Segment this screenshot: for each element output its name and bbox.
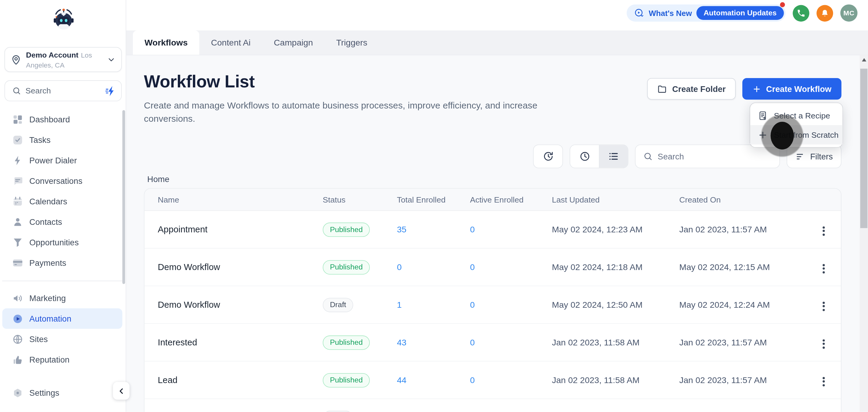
active-enrolled-link[interactable]: 0	[470, 262, 552, 272]
main-scrollbar[interactable]	[860, 56, 868, 412]
sidebar-collapse-button[interactable]	[113, 382, 130, 400]
opportunities-icon	[12, 236, 23, 248]
active-enrolled-link[interactable]: 0	[470, 225, 552, 234]
sidebar-item-opportunities[interactable]: Opportunities	[2, 232, 122, 253]
automation-updates-button[interactable]: Automation Updates	[696, 6, 784, 20]
tab-content-ai[interactable]: Content Ai	[199, 30, 262, 55]
active-enrolled-link[interactable]: 0	[470, 375, 552, 385]
create-workflow-label: Create Workflow	[766, 84, 832, 93]
top-header: What's New Automation Updates MC	[126, 0, 868, 30]
plus-icon	[752, 85, 761, 93]
total-enrolled-link[interactable]: 35	[397, 225, 470, 234]
location-pin-icon	[10, 54, 22, 65]
dropdown-item-select-a-recipe[interactable]: Select a Recipe	[750, 106, 843, 125]
sidebar: Demo Account Los Angeles, CA DashboardTa…	[0, 0, 126, 412]
sidebar-item-contacts[interactable]: Contacts	[2, 212, 122, 232]
search-icon	[12, 87, 21, 95]
scroll-up-arrow-icon	[862, 58, 866, 62]
workflow-name[interactable]: Demo Workflow	[144, 300, 322, 310]
main-scrollbar-thumb[interactable]	[860, 69, 867, 228]
breadcrumb[interactable]: Home	[147, 175, 169, 184]
create-workflow-button[interactable]: Create Workflow	[742, 78, 841, 100]
sidebar-search[interactable]	[4, 80, 122, 101]
total-enrolled-link[interactable]: 0	[397, 262, 470, 272]
row-menu-button[interactable]	[820, 336, 828, 351]
row-menu-button[interactable]	[820, 374, 828, 389]
create-workflow-dropdown: Select a RecipeStart from Scratch	[750, 103, 843, 147]
sidebar-item-automation[interactable]: Automation	[2, 308, 122, 329]
table-row-partial: Draft	[144, 399, 841, 412]
sidebar-item-payments[interactable]: Payments	[2, 253, 122, 273]
active-enrolled-link[interactable]: 0	[470, 337, 552, 347]
total-enrolled-link[interactable]: 43	[397, 337, 470, 347]
last-updated: Jan 02 2023, 11:58 AM	[552, 375, 679, 385]
enrollment-history-button[interactable]	[533, 145, 563, 168]
conversations-icon	[12, 175, 23, 186]
row-menu-button[interactable]	[820, 261, 828, 276]
tab-workflows[interactable]: Workflows	[133, 30, 199, 55]
sidebar-item-conversations[interactable]: Conversations	[2, 170, 122, 191]
create-folder-button[interactable]: Create Folder	[647, 78, 736, 100]
sidebar-item-reputation[interactable]: Reputation	[2, 349, 122, 367]
workflow-name[interactable]: Demo Workflow	[144, 262, 322, 272]
sidebar-item-tasks[interactable]: Tasks	[2, 130, 122, 150]
phone-button[interactable]	[793, 5, 809, 22]
status-badge: Draft	[323, 297, 353, 312]
workflow-name[interactable]: Appointment	[144, 225, 322, 234]
page-description: Create and manage Workflows to automate …	[144, 99, 564, 125]
column-header-last-updated: Last Updated	[552, 195, 679, 204]
active-enrolled-link[interactable]: 0	[470, 300, 552, 310]
marketing-icon	[12, 293, 23, 304]
sidebar-item-label: Automation	[29, 314, 71, 323]
created-on: Jan 02 2023, 11:57 AM	[679, 337, 807, 347]
created-on: May 02 2024, 12:15 AM	[679, 262, 807, 272]
page-title: Workflow List	[144, 72, 564, 92]
sidebar-item-power-dialer[interactable]: Power Dialer	[2, 150, 122, 170]
status-badge: Published	[323, 335, 370, 350]
sidebar-item-calendars[interactable]: Calendars	[2, 191, 122, 212]
recipe-icon	[758, 110, 768, 120]
row-menu-button[interactable]	[820, 299, 828, 314]
sidebar-item-label: Power Dialer	[29, 156, 77, 165]
dashboard-icon	[12, 114, 23, 125]
sidebar-item-dashboard[interactable]: Dashboard	[2, 109, 122, 130]
automation-icon	[12, 313, 23, 324]
bell-icon	[820, 8, 829, 17]
sidebar-item-settings[interactable]: Settings	[2, 382, 122, 403]
row-menu-button[interactable]	[820, 223, 828, 239]
workflow-name[interactable]: Interested	[144, 337, 322, 347]
sidebar-item-marketing[interactable]: Marketing	[2, 288, 122, 308]
plus-icon	[758, 130, 768, 140]
sidebar-item-sites[interactable]: Sites	[2, 329, 122, 349]
scroll-up-button[interactable]	[860, 56, 868, 64]
sidebar-item-label: Opportunities	[29, 237, 79, 247]
avatar[interactable]: MC	[840, 4, 858, 22]
sidebar-item-label: Calendars	[29, 196, 67, 206]
whats-new-button[interactable]: What's New Automation Updates	[627, 4, 785, 22]
gear-icon	[12, 387, 23, 399]
tab-campaign[interactable]: Campaign	[262, 30, 324, 55]
workflow-search-input[interactable]	[658, 152, 768, 161]
table-row: Demo WorkflowDraft10May 02 2024, 12:50 A…	[144, 286, 841, 324]
table-row: LeadPublished440Jan 02 2023, 11:58 AMJan…	[144, 361, 841, 399]
table-row: Demo WorkflowPublished00May 02 2024, 12:…	[144, 249, 841, 286]
tab-triggers[interactable]: Triggers	[324, 30, 379, 55]
total-enrolled-link[interactable]: 1	[397, 300, 470, 310]
account-selector[interactable]: Demo Account Los Angeles, CA	[4, 47, 122, 72]
sidebar-search-input[interactable]	[25, 87, 104, 95]
workflow-name[interactable]: Lead	[144, 375, 322, 385]
sidebar-scrollbar-thumb[interactable]	[122, 110, 125, 284]
total-enrolled-link[interactable]: 44	[397, 375, 470, 385]
sidebar-item-label: Sites	[29, 334, 48, 344]
chevron-down-icon	[107, 55, 116, 64]
workflow-search[interactable]	[635, 145, 780, 168]
dropdown-item-start-from-scratch[interactable]: Start from Scratch	[750, 125, 843, 145]
calendars-icon	[12, 196, 23, 207]
filters-button[interactable]: Filters	[786, 145, 841, 168]
notifications-button[interactable]	[816, 5, 833, 22]
last-updated: Jan 02 2023, 11:58 AM	[552, 337, 679, 347]
view-toggle-list[interactable]	[599, 145, 628, 167]
payments-icon	[12, 257, 23, 268]
view-toggle-time[interactable]	[570, 145, 599, 167]
app-window: Demo Account Los Angeles, CA DashboardTa…	[0, 0, 868, 412]
